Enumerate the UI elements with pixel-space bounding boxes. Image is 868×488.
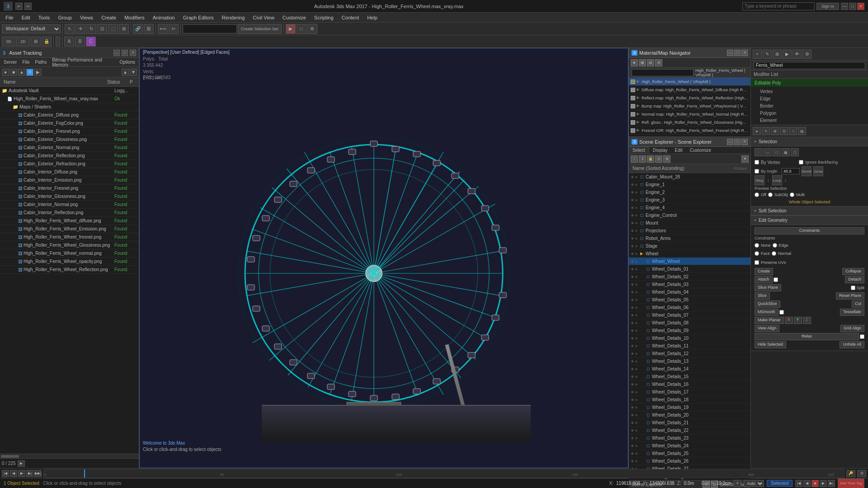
eye-icon[interactable]: 👁 xyxy=(631,452,634,456)
tb-btn-unlink[interactable]: ⛓ xyxy=(144,24,154,34)
mod-sub-border[interactable]: Border xyxy=(758,102,861,109)
scene-list-item[interactable]: 👁☀◻Engine_2 xyxy=(629,188,750,196)
asset-menu-bitmap[interactable]: Bitmap Performance and Memory xyxy=(50,57,116,67)
eye-icon[interactable]: 👁 xyxy=(631,406,634,410)
eye-icon[interactable]: 👁 xyxy=(631,436,634,441)
tb-btn-select3[interactable]: ⊞ xyxy=(119,24,129,34)
render-icon[interactable]: ☀ xyxy=(635,283,638,287)
collapse-btn[interactable]: Collapse xyxy=(842,268,864,275)
eye-icon[interactable]: 👁 xyxy=(631,444,634,448)
asset-scrollbar-thumb[interactable] xyxy=(1,455,19,458)
menu-group[interactable]: Group xyxy=(54,14,75,21)
constraint-normal-radio[interactable] xyxy=(772,251,776,256)
by-vertex-check[interactable] xyxy=(755,160,759,164)
material-list-item[interactable]: 👁Fresnel IOR: High_Roller_Ferris_Wheel_F… xyxy=(629,127,750,135)
material-close-btn[interactable]: ✕ xyxy=(741,50,748,56)
sel-element-btn[interactable]: ⬡ xyxy=(791,148,799,156)
mod-icon-hierarchy[interactable]: ⊞ xyxy=(773,50,782,59)
anim-mode-btn[interactable]: Add Time Tag xyxy=(838,479,864,488)
cut-btn[interactable]: Cut xyxy=(852,300,864,308)
tb2-btn-b[interactable]: B xyxy=(75,37,85,47)
menu-create[interactable]: Create xyxy=(98,14,120,21)
search-input[interactable] xyxy=(742,2,815,10)
menu-views[interactable]: Views xyxy=(76,14,97,21)
eye-icon[interactable]: 👁 xyxy=(631,267,634,272)
render-icon[interactable]: ☀ xyxy=(635,275,638,279)
tb-btn-select[interactable]: ↖ xyxy=(65,24,75,34)
tb-render-settings-btn[interactable]: ⚙ xyxy=(307,24,317,34)
scene-list-item[interactable]: 👁☀◻Wheel_Details_08 xyxy=(629,319,750,327)
asset-list-item[interactable]: 🖼High_Roller_Ferris_Wheel_normal.pngFoun… xyxy=(0,249,139,258)
preview-multi-radio[interactable] xyxy=(790,192,794,197)
eye-icon[interactable]: 👁 xyxy=(631,283,634,287)
render-icon[interactable]: ☀ xyxy=(635,390,638,394)
eye-icon[interactable]: 👁 xyxy=(631,206,634,210)
asset-list-item[interactable]: 🖼Cabin_Exterior_FogColor.pngFound xyxy=(0,119,139,127)
tl-start-btn[interactable]: |◀ xyxy=(2,470,9,477)
render-icon[interactable]: ☀ xyxy=(635,329,638,333)
mat-tb-2[interactable]: ▦ xyxy=(639,59,646,66)
asset-tb-btn1[interactable]: ● xyxy=(2,69,9,76)
render-icon[interactable]: ☀ xyxy=(635,321,638,325)
material-eye-icon[interactable]: 👁 xyxy=(636,136,640,137)
render-icon[interactable]: ☀ xyxy=(635,267,638,272)
material-list-item[interactable]: 👁Diffuse map: High_Roller_Ferris_Wheel_D… xyxy=(629,86,750,94)
x-btn[interactable]: X xyxy=(785,317,793,324)
create-selection-input[interactable] xyxy=(183,24,237,33)
mod-icon-utils[interactable]: ⚙ xyxy=(802,50,811,59)
tb2-btn-c[interactable]: C xyxy=(86,37,96,47)
material-eye-icon[interactable]: 👁 xyxy=(636,96,640,100)
scene-list-item[interactable]: 👁☀◻Wheel_Details_10 xyxy=(629,334,750,342)
eye-icon[interactable]: 👁 xyxy=(631,314,634,318)
asset-list-item[interactable]: 🖼High_Roller_Ferris_Wheel_Glossiness.png… xyxy=(0,241,139,249)
selected-badge[interactable]: Selected xyxy=(767,480,793,487)
render-icon[interactable]: ☀ xyxy=(635,198,638,202)
asset-list-item[interactable]: 📁Maps / Shaders xyxy=(0,103,139,111)
material-eye-icon[interactable]: 👁 xyxy=(636,80,640,84)
slice-plane-btn[interactable]: Slice Plane xyxy=(755,284,781,291)
scene-tb-1[interactable]: ↑ xyxy=(631,155,638,163)
render-icon[interactable]: ☀ xyxy=(635,237,638,241)
render-icon[interactable]: ☀ xyxy=(635,306,638,310)
material-eye-icon[interactable]: 👁 xyxy=(636,128,640,133)
tb-btn-align[interactable]: ⊨ xyxy=(169,24,179,34)
mod-icon-display[interactable]: 👁 xyxy=(793,50,802,59)
shrink-btn[interactable]: Shrink xyxy=(802,166,811,176)
maximize-btn[interactable]: □ xyxy=(849,3,856,10)
asset-menu-server[interactable]: Server xyxy=(2,60,19,65)
menu-edit[interactable]: Edit xyxy=(18,14,34,21)
scene-minimize-btn[interactable]: — xyxy=(727,139,733,145)
menu-graph-editors[interactable]: Graph Editors xyxy=(179,14,217,21)
attach-btn[interactable]: Attach xyxy=(755,276,773,283)
eye-icon[interactable]: 👁 xyxy=(631,183,634,187)
eye-icon[interactable]: 👁 xyxy=(631,244,634,249)
eye-icon[interactable]: 👁 xyxy=(631,413,634,418)
mod-sub-element[interactable]: Element xyxy=(758,117,861,124)
scene-tb-3[interactable]: 🔒 xyxy=(647,155,654,163)
scene-tab-customize[interactable]: Customize xyxy=(686,147,715,154)
pb-start[interactable]: |◀ xyxy=(795,480,802,487)
eye-icon[interactable]: 👁 xyxy=(631,352,634,356)
asset-list-item[interactable]: 🖼Cabin_Interior_Fresnel.pngFound xyxy=(0,184,139,192)
constraint-none-radio[interactable] xyxy=(755,243,759,248)
render-icon[interactable]: ☀ xyxy=(635,452,638,456)
eye-icon[interactable]: 👁 xyxy=(631,329,634,333)
eye-icon[interactable]: 👁 xyxy=(631,221,634,225)
tb2-snap-2d[interactable]: 2D xyxy=(16,37,30,47)
asset-tb-btn2[interactable]: ■ xyxy=(10,69,17,76)
constraint-edge-radio[interactable] xyxy=(773,243,777,248)
asset-list-item[interactable]: 📁Autodesk VaultLogg... xyxy=(0,87,139,95)
eye-icon[interactable]: 👁 xyxy=(631,252,634,256)
tb2-layer-btn[interactable] xyxy=(56,37,60,47)
relax-check[interactable] xyxy=(860,334,864,339)
eye-icon[interactable]: 👁 xyxy=(631,337,634,341)
scene-list-item[interactable]: 👁☀◻Wheel_Details_14 xyxy=(629,365,750,373)
mod-strip-4[interactable]: ⊡ xyxy=(780,127,788,135)
scene-list-item[interactable]: 👁☀◻Wheel_Details_21 xyxy=(629,419,750,427)
timeline-track[interactable]: 0 50 100 150 200 225 xyxy=(43,469,844,478)
scene-list-item[interactable]: 👁☀◻Wheel_Details_07 xyxy=(629,311,750,319)
asset-tb-down[interactable]: ▼ xyxy=(130,69,137,76)
material-eye-icon[interactable]: 👁 xyxy=(636,112,640,117)
asset-list-item[interactable]: 🖼Cabin_Interior_Reflection.pngFound xyxy=(0,209,139,217)
tb-btn-select2[interactable]: ⬚ xyxy=(108,24,118,34)
